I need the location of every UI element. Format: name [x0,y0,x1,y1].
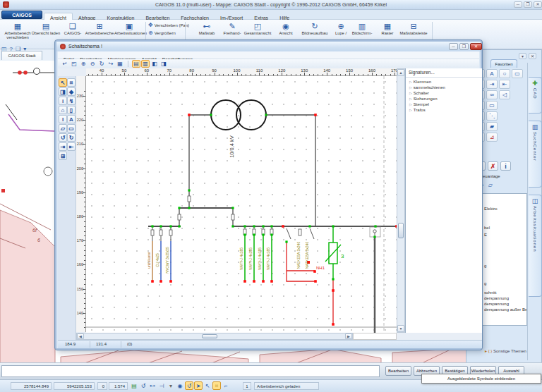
vertical-tab-arbeitssituationen[interactable]: ◫Arbeitssituationen [529,195,542,297]
sonstige-themen-item[interactable]: ▸ { } Sonstige Themen [485,348,526,353]
rotate-icon[interactable]: ↺ [185,381,193,390]
theme-list-item[interactable]: derspannung [484,302,509,306]
pentagon-icon[interactable]: ▰ [486,122,498,131]
eye-icon[interactable]: ◉ [176,381,184,390]
home-icon[interactable]: ⌂ [59,106,67,114]
signatur-item-stempel[interactable]: ▷Stempel [409,102,429,106]
command-input[interactable] [1,365,380,377]
select-arrow-icon[interactable]: ↖ [59,78,67,87]
zoom-in-icon[interactable]: ⊕ [79,60,88,68]
target-icon[interactable]: ◆ [67,87,76,96]
info-icon[interactable]: i [59,97,67,105]
cross-icon[interactable]: ✗ [488,161,498,171]
lightning-icon[interactable]: ↯ [67,97,76,105]
scale-icon[interactable]: ⊷ [148,381,157,390]
rotate-right-icon[interactable]: ↻ [67,133,76,142]
theme-list-item[interactable]: g [484,264,486,268]
ribbon-button-arbeitsbereich-verschieben[interactable]: ▦Arbeitsbereich verschieben [3,21,32,39]
ribbon-button-verschieben-pan-[interactable]: ✥Verschieben (Pan) [148,22,189,29]
ribbon-button-ansicht[interactable]: ◉Ansicht [271,21,301,35]
grid-icon[interactable]: ▦ [116,60,124,68]
bearbeiten-button[interactable]: Bearbeiten [385,366,411,376]
dropdown-icon[interactable]: ▾ [167,381,175,390]
text-cursor-icon[interactable]: I [59,115,67,123]
layout-icon[interactable]: ▥ [141,60,150,68]
ribbon-button-raster[interactable]: ▦Raster [373,21,402,35]
ribbon-button-arbeitsbereiche[interactable]: ⊞Arbeitsbereiche [85,21,114,35]
horizontal-scrollbar[interactable]: ◀ ▶ [76,333,353,340]
ribbon-button-caigos-[interactable]: ❏CAIGOS- [58,21,88,35]
tri-red-icon[interactable]: ⊿ [486,133,498,142]
tab-left-icon[interactable]: ⇤ [499,80,510,89]
half-top-icon[interactable]: ◧ [150,60,159,68]
hscroll-thumb[interactable] [202,334,217,338]
grid-plus-icon[interactable]: ⊞ [59,152,67,160]
theme-list-item[interactable]: g [484,281,486,286]
scroll-right-icon[interactable]: ▶ [345,333,352,339]
rectangle-icon[interactable]: ▭ [67,124,76,133]
vscroll-thumb[interactable] [398,223,404,238]
maximize-button[interactable]: ❒ [524,1,532,8]
zoom-out-icon[interactable]: ⊖ [88,60,97,68]
scroll-down-icon[interactable]: ▼ [397,325,404,332]
theme-list-item[interactable]: bel [484,226,490,230]
vertical-tab-suchcenter[interactable]: ▥SuchCenter [529,121,542,188]
app-menu-button[interactable]: CAIGOS [1,11,42,19]
vertical-tab-cad[interactable]: ✚CAD [529,77,542,114]
dock-pin-icon[interactable]: ▾ [519,53,526,59]
infinity-icon[interactable]: ∞ [486,90,498,99]
rotate-icon[interactable]: ↺ [139,381,147,390]
tab-favoriten[interactable]: Favoriten [490,59,517,68]
tri-left-icon[interactable]: ◁ [499,90,510,99]
minimize-button[interactable]: ─ [514,1,522,8]
workspace-tab[interactable]: CAIGOS Stadt [1,51,42,60]
child-titlebar[interactable]: Schaltschema ! ─ ❒ ✕ [56,42,481,51]
theme-list-item[interactable]: schnitt [484,290,496,295]
parallelogram-icon[interactable]: ▱ [59,124,67,133]
tab-right-icon[interactable]: ⇥ [486,80,498,89]
select-arrow-icon[interactable]: ↖ [203,381,212,390]
dots-icon[interactable]: ⋱ [486,111,498,121]
refresh-icon[interactable]: ↻ [97,60,106,68]
cell-icon[interactable]: ▯ [67,106,76,114]
align-icon[interactable]: ⊣ [157,381,166,390]
child-maximize-button[interactable]: ❒ [459,43,469,50]
signatur-item-trafos[interactable]: ▷Trafos [409,108,426,112]
rectangle-icon[interactable]: ▭ [486,101,498,110]
scroll-left-icon[interactable]: ◀ [77,333,84,339]
letter-a-icon[interactable]: A [486,69,498,78]
ribbon-button-bildneuaufbau[interactable]: ↻Bildneuaufbau [300,21,330,35]
theme-list-item[interactable]: E [484,233,487,237]
cursor-icon[interactable]: ➤ [194,381,203,390]
ribbon-button-übersicht-laden[interactable]: ▤Übersicht laden [31,21,61,35]
signatur-item-sicherungen[interactable]: ▷Sicherungen [409,97,438,101]
child-minimize-button[interactable]: ─ [449,43,458,50]
region-icon[interactable]: ◨ [59,87,67,96]
layers-icon[interactable]: ▤ [132,60,140,68]
rectangle-icon[interactable]: ▭ [512,69,523,78]
theme-list-item[interactable]: derspannung [484,296,509,300]
signatur-item-klemmen[interactable]: ▷Klemmen [409,80,431,84]
tab-left-icon[interactable]: ⇤ [67,142,76,151]
ribbon-button-arbeitssituationen[interactable]: ▣Arbeitssituationen [114,21,144,35]
info-icon[interactable]: i [500,161,511,171]
child-close-button[interactable]: ✕ [470,43,482,50]
tab-right-icon[interactable]: ⇥ [59,142,67,151]
pan-icon[interactable]: ↪ [107,60,115,68]
text-label-icon[interactable]: A [67,115,76,123]
corner-icon[interactable]: ⌐ [222,381,230,390]
exit-icon[interactable]: ↵ [61,60,69,68]
fit-view-icon[interactable]: ◰ [70,60,78,68]
snap-grid-icon[interactable]: ⌗ [212,381,221,390]
signatur-item-schalter[interactable]: ▷Schalter [409,91,429,95]
ribbon-button-gesamtansicht[interactable]: ◰Gesamtansicht [243,21,272,35]
rotate-left-icon[interactable]: ↺ [59,133,67,142]
ribbon-button-vergrößern[interactable]: ⊕Vergrößern [148,30,176,37]
snap-grid-icon[interactable]: ⌗ [67,78,76,87]
drawing-canvas[interactable]: 10/0,4 kV [86,76,397,333]
layers-icon[interactable]: ▤ [130,381,138,390]
circle-icon[interactable]: ○ [499,69,510,78]
close-button[interactable]: ✕ [534,1,542,8]
ribbon-button-maßstabsleiste[interactable]: ⊟Maßstabsleiste [399,21,428,35]
scroll-up-icon[interactable]: ▲ [397,69,404,76]
